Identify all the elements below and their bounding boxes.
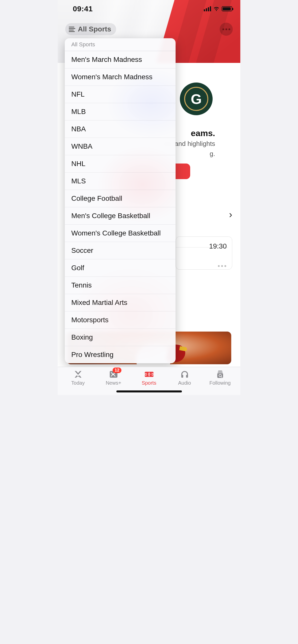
dropdown-header: All Sports — [65, 38, 176, 51]
dropdown-item[interactable]: Motorsports — [65, 311, 176, 329]
svg-rect-6 — [181, 375, 183, 378]
dropdown-item[interactable]: Golf — [65, 259, 176, 276]
team-initial: G — [191, 91, 202, 107]
newsplus-badge: 12 — [113, 368, 121, 373]
dropdown-item[interactable]: MLB — [65, 103, 176, 120]
dropdown-item[interactable]: MLS — [65, 172, 176, 190]
sports-icon — [144, 370, 154, 379]
cta-fragment[interactable] — [176, 164, 190, 179]
dropdown-item[interactable]: Soccer — [65, 242, 176, 259]
sport-selector-label: All Sports — [78, 25, 111, 33]
following-icon — [215, 370, 225, 379]
tab-following[interactable]: Following — [202, 370, 238, 386]
more-button[interactable] — [220, 23, 233, 36]
dropdown-item[interactable]: NFL — [65, 86, 176, 103]
tab-newsplus-label: News+ — [106, 380, 121, 386]
dropdown-item[interactable]: Boxing — [65, 329, 176, 346]
screen: 09:41 All Sports G eams. es, — [58, 0, 240, 395]
dropdown-item[interactable]: Men's March Madness — [65, 51, 176, 68]
today-icon — [73, 370, 83, 379]
wifi-icon — [213, 6, 220, 11]
header-row: All Sports — [58, 23, 240, 36]
sports-dropdown: All Sports Men's March MadnessWomen's Ma… — [65, 38, 176, 363]
cellular-icon — [204, 6, 211, 11]
tab-audio[interactable]: Audio — [167, 370, 202, 386]
dropdown-item[interactable]: College Football — [65, 190, 176, 207]
team-logo-packers[interactable]: G — [180, 83, 213, 115]
status-time: 09:41 — [73, 5, 93, 13]
dropdown-item[interactable]: Women's College Basketball — [65, 224, 176, 242]
dropdown-item[interactable]: NHL — [65, 155, 176, 172]
tab-audio-label: Audio — [178, 380, 191, 386]
event-time: 19:30 — [209, 242, 227, 250]
dropdown-item[interactable]: Mixed Martial Arts — [65, 294, 176, 311]
dropdown-item[interactable]: NBA — [65, 120, 176, 138]
event-card[interactable] — [176, 236, 232, 270]
svg-rect-7 — [186, 375, 188, 378]
dropdown-item[interactable]: Men's College Basketball — [65, 207, 176, 224]
dropdown-item[interactable]: Pro Wrestling — [65, 346, 176, 363]
tab-today[interactable]: Today — [60, 370, 96, 386]
tab-sports-label: Sports — [142, 380, 156, 386]
status-bar: 09:41 — [58, 0, 240, 18]
home-indicator[interactable] — [116, 390, 182, 392]
list-icon — [69, 27, 75, 32]
card-more-icon[interactable] — [218, 265, 226, 267]
dropdown-item[interactable]: Tennis — [65, 276, 176, 294]
sport-selector-pill[interactable]: All Sports — [65, 23, 116, 35]
dropdown-item[interactable]: WNBA — [65, 138, 176, 155]
chevron-right-icon[interactable]: › — [229, 209, 232, 220]
tab-sports[interactable]: Sports — [131, 370, 167, 386]
dropdown-item[interactable]: Women's March Madness — [65, 68, 176, 86]
audio-icon — [180, 370, 189, 379]
battery-icon — [222, 6, 232, 11]
tab-newsplus[interactable]: 12 News+ — [96, 370, 131, 386]
tab-today-label: Today — [71, 380, 85, 386]
tab-following-label: Following — [209, 380, 230, 386]
